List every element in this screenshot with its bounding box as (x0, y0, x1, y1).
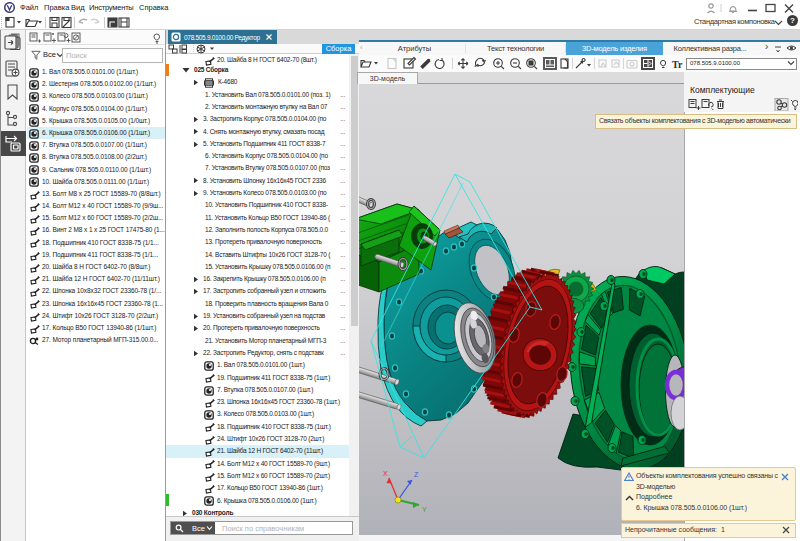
svg-text:Y: Y (422, 506, 427, 513)
svg-text:X: X (383, 470, 388, 477)
svg-text:Z: Z (414, 471, 419, 478)
svg-text:Tr: Tr (672, 59, 683, 70)
